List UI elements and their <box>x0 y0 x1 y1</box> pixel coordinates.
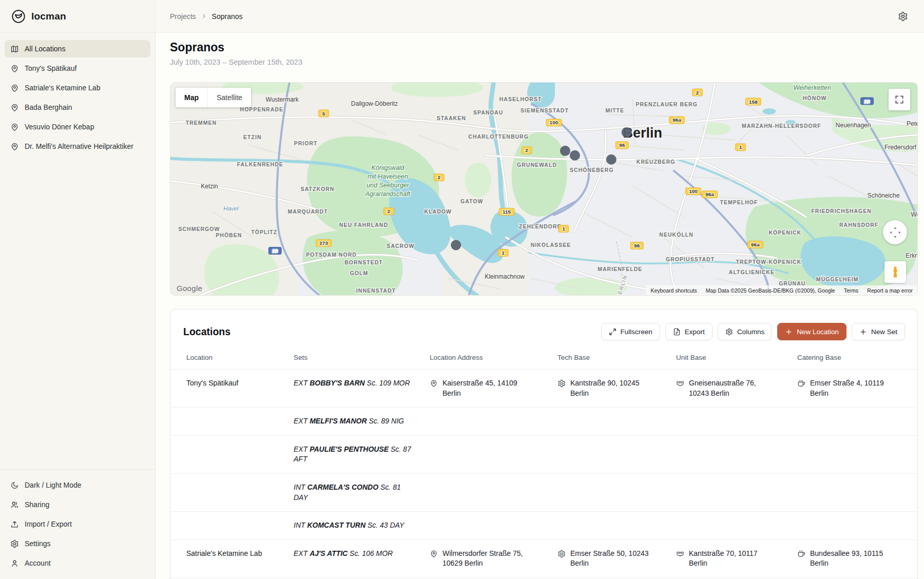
map-label: und Seeburger <box>367 182 409 189</box>
sidebar-item[interactable]: Dr. Melfi's Alternative Heilpraktiker <box>5 138 150 155</box>
new-location-button[interactable]: New Location <box>777 323 846 340</box>
gear-icon <box>10 539 19 548</box>
svg-text:273: 273 <box>319 240 328 246</box>
table-row[interactable]: Tony's SpätikaufEXT BOBBY'S BARN Sc. 109… <box>170 370 917 408</box>
coffee-icon <box>797 379 805 388</box>
location-marker[interactable] <box>570 150 580 161</box>
map-label: MARZAHN-HELLERSDORF <box>742 123 821 129</box>
table-row[interactable]: EXT PAULIE'S PENTHOUSE Sc. 87 AFT <box>170 436 917 474</box>
map-label: PRENZLAUER BERG <box>636 102 697 107</box>
keyboard-shortcuts-link[interactable]: Keyboard shortcuts <box>650 287 697 294</box>
sidebar-item[interactable]: Tony's Spätikauf <box>5 60 150 77</box>
top-bar: Projects Sopranos <box>156 0 924 33</box>
tech-cell <box>557 416 676 427</box>
new-set-button[interactable]: New Set <box>852 323 905 340</box>
table-row[interactable]: EXT MELFI'S MANOR Sc. 89 NIG <box>170 408 917 436</box>
map-label: MITTE <box>605 108 624 113</box>
map-fullscreen-button[interactable] <box>889 89 910 110</box>
sidebar-footer-item[interactable]: Account <box>5 554 150 572</box>
svg-text:96: 96 <box>619 142 625 148</box>
address-cell: Wilmersdorfer Straße 75, 10629 Berlin <box>430 549 557 569</box>
locations-panel: Locations Fullscreen Export Columns New … <box>170 309 918 579</box>
address-cell: Kaiserstraße 45, 14109 Berlin <box>430 378 557 398</box>
column-header-unit-base[interactable]: Unit Base <box>676 354 797 361</box>
map-label: GOLM <box>350 271 369 276</box>
fullscreen-button[interactable]: Fullscreen <box>601 323 660 340</box>
map-pan-control[interactable] <box>883 220 907 244</box>
fullscreen-icon <box>894 94 904 105</box>
column-header-catering-base[interactable]: Catering Base <box>797 354 917 361</box>
terms-link[interactable]: Terms <box>844 287 859 294</box>
street-view-pegman[interactable] <box>884 261 906 283</box>
location-marker[interactable] <box>606 155 617 165</box>
table-row[interactable]: Satriale's Ketamine LabEXT AJ'S ATTIC Sc… <box>170 540 917 578</box>
sidebar-footer-item[interactable]: Settings <box>5 535 150 552</box>
sidebar-item-label: Dark / Light Mode <box>25 481 82 489</box>
table-row[interactable]: INT KOMCAST TURN Sc. 43 DAY <box>170 512 917 540</box>
svg-text:96a: 96a <box>751 242 760 247</box>
map-type-control: Map Satellite <box>176 88 251 107</box>
map-label: GATOW <box>460 199 483 204</box>
map-label: BORNSTEDT <box>344 260 383 265</box>
sidebar-footer-item[interactable]: Import / Export <box>5 515 150 533</box>
location-marker[interactable] <box>451 240 461 250</box>
map-pin-icon <box>10 64 19 73</box>
breadcrumb-projects[interactable]: Projects <box>170 12 196 21</box>
map-pin-icon <box>10 123 19 131</box>
map-label: Kleinmachnow <box>485 273 525 280</box>
catering-cell: Bundesallee 93, 10115 Berlin <box>797 549 917 569</box>
column-header-sets[interactable]: Sets <box>294 354 430 361</box>
unit-cell <box>676 520 797 531</box>
sidebar-item-label: Dr. Melfi's Alternative Heilpraktiker <box>25 142 133 150</box>
tech-cell <box>557 483 676 503</box>
map-label: CHARLOTTENBURG <box>468 134 529 140</box>
settings-button[interactable] <box>896 10 910 23</box>
map-label: NEUKÖLLN <box>659 231 694 238</box>
route-badge: 100 <box>686 188 701 195</box>
location-cell <box>186 520 294 531</box>
svg-text:5: 5 <box>322 111 325 117</box>
columns-button[interactable]: Columns <box>718 323 772 340</box>
sidebar-footer-item[interactable]: Dark / Light Mode <box>5 476 150 494</box>
sidebar-item[interactable]: Bada Berghain <box>5 99 150 116</box>
map-label: MARQUARDT <box>288 209 328 215</box>
map-view-button[interactable]: Map <box>176 88 207 107</box>
map-label: Schöneiche <box>868 192 900 199</box>
column-header-location[interactable]: Location <box>186 354 294 361</box>
svg-text:1: 1 <box>502 250 505 256</box>
sidebar-item[interactable]: Vesuvio Döner Kebap <box>5 118 150 136</box>
sidebar-item[interactable]: All Locations <box>5 40 150 57</box>
map-label: HÖNOW <box>803 95 827 101</box>
map-label: HASELHORST <box>499 96 542 102</box>
route-badge: 2 <box>522 147 532 154</box>
map-canvas[interactable]: WustermarkHOPPENRADEDallgow-DöberitzTREM… <box>170 82 918 296</box>
report-map-error-link[interactable]: Report a map error <box>867 287 913 294</box>
route-badge: 96a <box>702 191 718 198</box>
route-badge: 96 <box>615 142 628 149</box>
column-header-location-address[interactable]: Location Address <box>430 354 557 361</box>
map-label: Petershagen <box>907 120 917 127</box>
sidebar-item-label: Settings <box>25 539 51 548</box>
location-marker[interactable] <box>560 146 570 156</box>
svg-text:100: 100 <box>689 188 698 194</box>
map-label: ETZIN <box>243 134 261 140</box>
map-label: TREMMEN <box>186 120 217 126</box>
location-cell <box>186 416 294 427</box>
map-label: NIKOLASSEE <box>531 242 571 248</box>
sidebar-footer-item[interactable]: Sharing <box>5 496 150 513</box>
column-header-tech-base[interactable]: Tech Base <box>557 354 676 361</box>
location-marker[interactable] <box>622 127 632 138</box>
motorway-badge: 10 <box>861 98 874 105</box>
plus-icon <box>859 328 867 336</box>
export-button[interactable]: Export <box>665 323 713 340</box>
map-label: INNENSTADT <box>356 288 396 294</box>
svg-text:158: 158 <box>749 99 758 105</box>
table-row[interactable]: INT CARMELA'S CONDO Sc. 81 DAY <box>170 474 917 512</box>
sidebar-item[interactable]: Satriale's Ketamine Lab <box>5 79 150 96</box>
route-badge: 115 <box>499 208 514 216</box>
map-label: RAHNSDORF <box>839 222 878 228</box>
set-cell: EXT AJ'S ATTIC Sc. 106 MOR <box>294 549 430 569</box>
satellite-view-button[interactable]: Satellite <box>207 88 251 107</box>
route-badge: 5 <box>319 110 329 117</box>
pegman-icon <box>889 265 902 279</box>
